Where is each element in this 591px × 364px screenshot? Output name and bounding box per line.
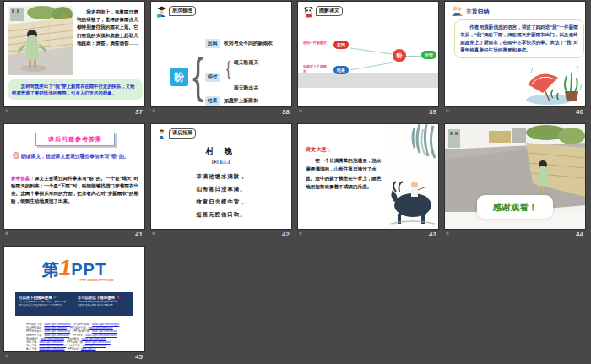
answer-block: 参考答案：课文主要通过两件事来写“盼”的。一个是“晴天”时盼雨天的到来；一个是“… [11, 175, 139, 205]
slide-number: 38 [282, 108, 290, 116]
license-banner: 可以在下列情况使用 ✔ 个人名义发表于个人成果、视频、微博等内容。 成为贵单位/… [15, 292, 133, 316]
slide-cell-41: 课后习题参考答案 朗读课文，想想课文是通过哪些事情来写“盼”的。 参考答案：课文… [4, 124, 144, 242]
link-label: PPT论坛： [68, 347, 81, 350]
slide-cell-38: 层次梳理 盼 { 起因 收到与众不同的新雨衣 经过 { 晴天盼雨天 雨天盼出去 … [151, 2, 291, 120]
poem-author-name: 雷震 [220, 160, 230, 164]
transition-star-icon: ✶ [298, 108, 303, 115]
slide-thumbnail-45[interactable]: 第1PPT HTTP://WWW.1PPT.COM 可以在下列情况使用 ✔ 个人… [4, 247, 144, 351]
slide-thumbnail-38[interactable]: 层次梳理 盼 { 起因 收到与众不同的新雨衣 经过 { 晴天盼雨天 雨天盼出去 … [151, 2, 291, 106]
section-badge: 课后拓展 [156, 128, 196, 140]
slide-cell-43: 诗文大意： 在一个长满青草的池塘里，池水灌得满满的，山衔住落日淹没了水波。放牛的… [298, 124, 438, 242]
connector-line [350, 48, 393, 55]
slide-thumbnail-41[interactable]: 课后习题参考答案 朗读课文，想想课文是通过哪些事情来写“盼”的。 参考答案：课文… [4, 124, 144, 229]
panda-icon [303, 6, 314, 18]
image-gray-band [298, 73, 438, 88]
slide-number: 42 [282, 231, 290, 238]
diagram-root: 盼 [170, 68, 188, 86]
slide-number: 41 [135, 231, 143, 238]
transition-star-icon: ✶ [298, 231, 303, 237]
slide-thumbnail-43[interactable]: 诗文大意： 在一个长满青草的池塘里，池水灌得满满的，山衔住落日淹没了水波。放牛的… [298, 124, 438, 229]
slide-number: 43 [429, 231, 436, 238]
slide-cell-37: 我走在街上，甩着两只透明的绿袖子，觉得好像雨点儿都特别爱往我的雨衣上落。它们在我… [4, 2, 144, 120]
answers-title: 课后习题参考答案 [35, 133, 115, 146]
diagram-label: 结果 [205, 96, 220, 106]
question-label: 朗读课文，想想课文是通过哪些事情来写“盼”的。 [21, 154, 129, 159]
logo-char-ppt: PPT [71, 260, 106, 279]
poem-line: 山衔落日浸寒漪。 [151, 186, 291, 193]
mindmap-process: 经过 [421, 51, 436, 59]
link[interactable]: www.1ppt.com/jiaoan/ [39, 347, 64, 350]
mindmap-result: 结果 [333, 66, 349, 74]
slide-number: 44 [576, 231, 583, 238]
connector-line [350, 62, 392, 71]
slide-cell-45: 第1PPT HTTP://WWW.1PPT.COM 可以在下列情况使用 ✔ 个人… [4, 247, 144, 364]
slide-thumbnail-44[interactable]: 感谢观看！ [445, 124, 585, 229]
link[interactable]: www.1ppt.cn [81, 347, 96, 350]
diagram-text: 收到与众不同的新雨衣 [224, 40, 273, 47]
logo-char-1: 1 [59, 255, 71, 280]
slide-number: 40 [576, 108, 583, 116]
slide37-note-bubble: 这样写既突出了“我”穿上新雨衣在雨中行走的快乐，又给结尾营造了美好恬淡的氛围，引… [8, 79, 143, 100]
mindmap-note: 收到一件新雨衣 [303, 41, 328, 46]
diagram-label: 起因 [205, 39, 220, 48]
poem-line: 牧童归去横牛背， [151, 198, 291, 206]
section-badge-label: 层次梳理 [169, 6, 196, 16]
thanks-banner: 感谢观看！ [477, 195, 553, 219]
slide-thumbnail-40[interactable]: 主旨归纳 作者用清新俏皮的语言，讲述了妈妈送“我”一件新雨衣后，“我”渴盼下雨，… [445, 2, 585, 106]
slide-thumbnail-42[interactable]: 课后拓展 村 晚 [宋] 雷震 草满池塘水满陂， 山衔落日浸寒漪。 牧童归去横牛… [151, 124, 291, 229]
meaning-text: 在一个长满青草的池塘里，池水灌得满满的，山衔住落日淹没了水波。放牛的孩子横坐在牛… [306, 156, 383, 191]
scholar-icon [156, 6, 167, 18]
slide-cell-44: 感谢观看！ ✶ 44 [445, 124, 585, 242]
buffalo-boy-ink-painting [386, 124, 438, 229]
link[interactable]: www.1ppt.com/powerpoint/ [86, 334, 117, 337]
umbrella-plants-illustration [524, 64, 583, 105]
transition-star-icon: ✶ [445, 108, 450, 115]
slide-number: 39 [429, 108, 436, 116]
answer-label: 参考答案： [11, 176, 35, 181]
brace-glyph: { [192, 46, 204, 105]
link[interactable]: www.1ppt.com/xiazai/ [45, 334, 70, 337]
section-badge: 图解课文 [303, 6, 343, 18]
meaning-label: 诗文大意： [306, 146, 332, 154]
transition-star-icon: ✶ [4, 353, 9, 360]
question-text: 朗读课文，想想课文是通过哪些事情来写“盼”的。 [13, 152, 138, 160]
boy-icon [156, 128, 167, 140]
link[interactable]: www.1ppt.com/tubiao/ [92, 329, 117, 333]
link-row: 教案下载：www.1ppt.com/jiaoan/PPT论坛：www.1ppt.… [26, 347, 127, 350]
brace-glyph-small: { [226, 57, 230, 79]
section-badge: 层次梳理 [156, 6, 196, 18]
connector-line [406, 56, 421, 57]
poem-line: 短笛无腔信口吹。 [151, 211, 291, 219]
slide-cell-42: 课后拓展 村 晚 [宋] 雷震 草满池塘水满陂， 山衔落日浸寒漪。 牧童归去横牛… [151, 124, 291, 242]
license-deny-column: 不可以在以下情况使用 ✘ 将本作品用于任何形式的在线付费下载。 收集整理我站模板… [74, 292, 133, 316]
page-title: 主旨归纳 [466, 8, 489, 16]
slide-thumbnail-37[interactable]: 我走在街上，甩着两只透明的绿袖子，觉得好像雨点儿都特别爱往我的雨衣上落。它们在我… [4, 2, 144, 106]
transition-star-icon: ✶ [4, 231, 9, 237]
slide-number: 37 [135, 108, 143, 116]
1ppt-logo: 第1PPT [4, 255, 144, 284]
summary-text: 作者用清新俏皮的语言，讲述了妈妈送“我”一件新雨衣后，“我”渴盼下雨，渴盼雨天穿… [454, 19, 584, 58]
mindmap-cause: 起因 [333, 41, 349, 49]
deny-item: 收集整理我站模板后刻录光盘销售。 [78, 303, 130, 307]
allow-item: 成为贵单位/公司宣传品中的一个使用环节。 [19, 303, 71, 307]
logo-url: HTTP://WWW.1PPT.COM [79, 279, 114, 282]
link[interactable]: www.1ppt.com/beijing/ [45, 329, 71, 333]
link-label: 教案下载： [26, 347, 39, 350]
slide-number: 45 [135, 353, 143, 361]
transition-star-icon: ✶ [445, 231, 450, 237]
license-allow-column: 可以在下列情况使用 ✔ 个人名义发表于个人成果、视频、微博等内容。 成为贵单位/… [15, 292, 74, 316]
flower-bullet-icon [13, 152, 19, 159]
transition-star-icon: ✶ [151, 231, 156, 237]
poem-title: 村 晚 [151, 146, 291, 157]
poem-line: 草满池塘水满陂， [151, 173, 291, 181]
slide-thumbnail-39[interactable]: 图解课文 收到一件新雨衣 如愿穿上了新雨衣 起因 结果 盼 经过 晴天盼变天 一… [298, 2, 438, 106]
section-badge-label: 课后拓展 [169, 128, 196, 139]
diagram-label: 经过 [205, 73, 220, 82]
poem-author: [宋] 雷震 [151, 160, 291, 164]
mindmap-center: 盼 [393, 49, 406, 62]
diagram-text: 雨天盼出去 [234, 84, 258, 92]
mindmap-note: 如愿穿上了新雨衣 [303, 64, 328, 73]
reading-kids-icon [451, 5, 464, 18]
slide-cell-40: 主旨归纳 作者用清新俏皮的语言，讲述了妈妈送“我”一件新雨衣后，“我”渴盼下雨，… [445, 2, 585, 120]
transition-star-icon: ✶ [151, 108, 156, 115]
